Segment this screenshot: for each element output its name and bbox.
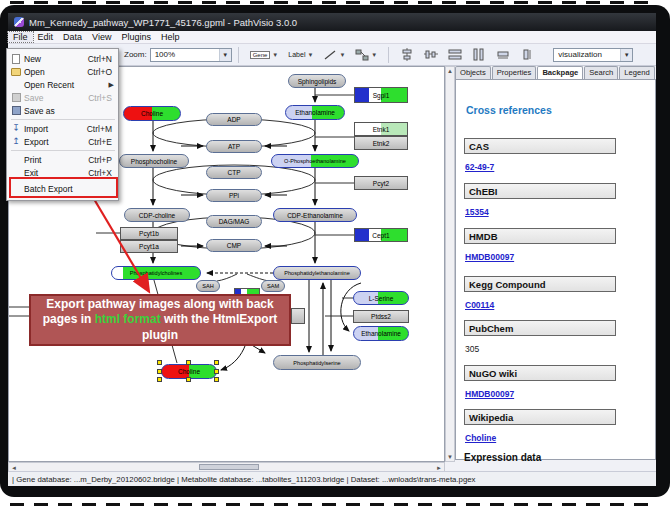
menu-help[interactable]: Help [156,32,185,42]
node-ethanolamine[interactable]: Ethanolamine [285,105,345,120]
node-ctp[interactable]: CTP [206,166,262,179]
selection-handle[interactable] [157,369,162,374]
annotation-callout: Export pathway images along with back pa… [29,294,291,346]
node-phosphocholine[interactable]: Phosphocholine [119,154,189,168]
node-label: Phosphatidylethanolamine [284,270,350,276]
chevron-down-icon[interactable]: ▼ [307,52,313,58]
node-anchor-box[interactable] [291,308,305,324]
stack-vertical-button[interactable] [517,47,537,63]
menu-data[interactable]: Data [58,32,87,42]
selection-handle[interactable] [214,360,219,365]
node-ethanolamine-bottom[interactable]: Ethanolamine [353,326,409,341]
node-cept1[interactable]: Cept1 [354,228,408,242]
node-ppi[interactable]: PPi [206,189,262,202]
selection-handle[interactable] [214,377,219,382]
scrollbar-thumb[interactable] [199,464,259,470]
node-label: SAH [202,283,214,289]
canvas-vertical-scrollbar[interactable]: ▲ ▼ [445,66,455,462]
chevron-down-icon[interactable]: ▼ [219,49,231,61]
node-label: Etnk1 [373,126,390,133]
node-etnk2[interactable]: Etnk2 [354,136,408,150]
distribute-horizontal-button[interactable] [445,47,465,63]
menu-file[interactable]: File [8,32,33,42]
toolbar-separator [238,47,239,63]
xref-link-nugo[interactable]: HMDB00097 [465,389,514,399]
xref-link-wikipedia[interactable]: Choline [465,433,496,443]
node-cdp-choline[interactable]: CDP-choline [124,208,190,222]
chevron-down-icon[interactable]: ▼ [339,52,345,58]
selection-handle[interactable] [214,369,219,374]
menu-item-print[interactable]: PrintCtrl+P [8,153,118,166]
scroll-down-icon[interactable]: ▼ [446,454,454,460]
xref-link-cas[interactable]: 62-49-7 [465,162,494,172]
zoom-combobox[interactable]: 100% ▼ [150,48,232,62]
align-center-icon [400,48,414,61]
menu-item-open[interactable]: OpenCtrl+O [8,65,118,78]
selection-handle[interactable] [157,377,162,382]
node-label: Pcyt2 [373,180,389,187]
node-cmp[interactable]: CMP [206,239,262,252]
node-sam[interactable]: SAM [261,280,285,292]
selection-handle[interactable] [157,360,162,365]
align-center-button[interactable] [397,47,417,63]
tab-properties[interactable]: Properties [492,66,537,80]
stack-horizontal-button[interactable] [493,47,513,63]
xref-link-hmdb[interactable]: HMDB00097 [465,252,514,262]
node-phosphatidylcholines[interactable]: Phosphatidylcholines [111,266,201,280]
scroll-up-icon[interactable]: ▲ [446,68,454,74]
toolbar-separator [388,47,389,63]
distribute-vertical-button[interactable] [469,47,489,63]
stack-horizontal-icon [496,48,510,61]
node-choline[interactable]: Choline [123,106,181,121]
xref-header-kegg: Kegg Compound [464,276,616,292]
selection-handle[interactable] [186,377,191,382]
menu-item-import[interactable]: ↧ ImportCtrl+M [8,122,118,135]
node-sah[interactable]: SAH [196,280,220,292]
node-sphingolipids[interactable]: Sphingolipids [288,74,346,88]
label-tool-button[interactable]: Label ▼ [285,47,316,63]
node-ptdss2[interactable]: Ptdss2 [353,310,409,323]
node-label: Etnk2 [373,140,390,147]
node-l-serine[interactable]: L-Serine [353,291,409,305]
selection-handle[interactable] [186,360,191,365]
node-label: ATP [228,143,240,150]
menu-item-save-as[interactable]: Save as [8,104,118,117]
connector-tool-button[interactable]: ▼ [352,47,380,63]
chevron-down-icon[interactable]: ▼ [620,49,632,61]
title-bar[interactable]: Mm_Kennedy_pathway_WP1771_45176.gpml - P… [8,13,656,31]
align-middle-button[interactable] [421,47,441,63]
tab-legend[interactable]: Legend [619,66,654,80]
folder-open-icon [8,68,24,76]
line-tool-button[interactable]: ▼ [320,47,348,63]
node-adp[interactable]: ADP [206,113,262,126]
node-phosphatidylethanolamine[interactable]: Phosphatidylethanolamine [273,266,361,280]
node-dag-mag[interactable]: DAG/MAG [206,215,262,228]
node-label: Phosphocholine [131,158,177,165]
node-sgpl1[interactable]: Sgpl1 [354,87,408,103]
menu-item-export[interactable]: ↥ ExportCtrl+E [8,135,118,148]
gene-tool-button[interactable]: Gene ▼ [247,47,282,63]
node-atp[interactable]: ATP [206,140,262,153]
visualization-combobox[interactable]: visualization ▼ [553,48,633,62]
tab-backpage[interactable]: Backpage [537,66,583,80]
menu-edit[interactable]: Edit [33,32,59,42]
node-pcyt1a[interactable]: Pcyt1a [120,240,178,253]
node-etnk1[interactable]: Etnk1 [354,122,408,136]
xref-link-chebi[interactable]: 15354 [465,207,489,217]
tab-objects[interactable]: Objects [455,66,491,80]
menu-item-new[interactable]: NewCtrl+N [8,52,118,65]
xref-link-kegg[interactable]: C00114 [465,300,494,310]
menu-view[interactable]: View [87,32,116,42]
node-pcyt2[interactable]: Pcyt2 [354,176,408,190]
chevron-down-icon[interactable]: ▼ [272,52,278,58]
tab-search[interactable]: Search [584,66,618,80]
menu-item-open-recent[interactable]: Open Recent▶ [8,78,118,91]
node-pcyt1b[interactable]: Pcyt1b [120,227,178,240]
node-o-phosphoethanolamine[interactable]: O-Phosphoethanolamine [271,154,359,168]
submenu-arrow-icon: ▶ [109,81,118,89]
node-phosphatidylserine[interactable]: Phosphatidylserine [273,355,361,370]
chevron-down-icon[interactable]: ▼ [371,52,377,58]
xref-header-nugo: NuGO wiki [464,365,616,381]
menu-plugins[interactable]: Plugins [116,32,156,42]
node-cdp-ethanolamine[interactable]: CDP-Ethanolamine [273,208,357,222]
